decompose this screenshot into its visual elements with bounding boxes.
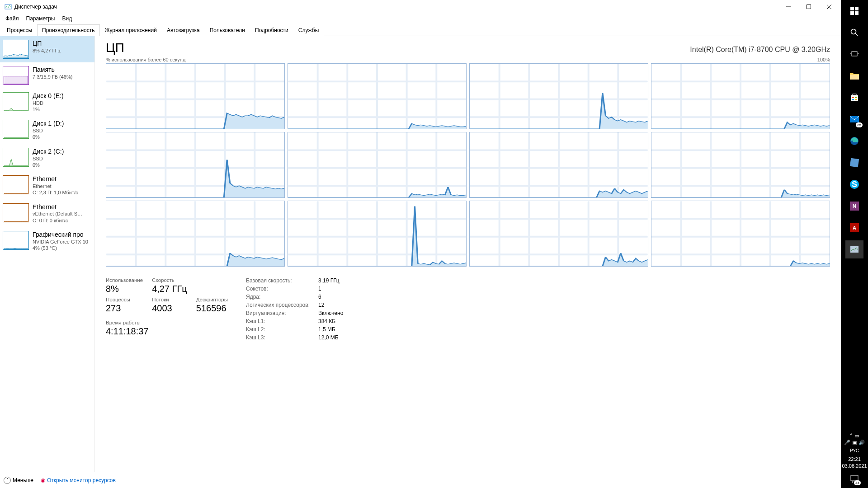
sidebar-item-sub2: 0%: [33, 134, 64, 140]
svg-rect-183: [851, 95, 858, 101]
stat-value: 1,5 МБ: [318, 326, 343, 333]
start-button[interactable]: [845, 2, 863, 20]
cpu-core-chart-11: [651, 201, 830, 267]
sidebar-item-title: ЦП: [33, 40, 61, 47]
sidebar-item-title: Диск 1 (D:): [33, 120, 64, 127]
windows-taskbar[interactable]: 25 S N A ˄ ▭ 🎤 ▣ 🔊 РУС 22:21 03.08.2021: [841, 0, 868, 488]
stat-key: Кэш L3:: [246, 334, 318, 341]
stat-metric: Потоки4003: [152, 297, 187, 314]
sidebar-item-disk1[interactable]: Диск 1 (D:)SSD0%: [0, 116, 94, 144]
stat-metric: Использование8%: [106, 277, 143, 294]
stat-value: 1: [318, 286, 343, 292]
task-manager-taskbar-icon[interactable]: [845, 240, 863, 258]
sidebar-item-title: Диск 0 (E:): [33, 92, 64, 100]
app-icon: [5, 3, 12, 10]
cpu-core-chart-10: [469, 201, 648, 267]
menu-вид[interactable]: Вид: [58, 14, 75, 23]
close-button[interactable]: [819, 0, 839, 14]
task-view-icon[interactable]: [845, 45, 863, 63]
cpu-core-chart-6: [469, 132, 648, 198]
stat-value: 384 КБ: [318, 318, 343, 324]
stat-metric: Дескрипторы516596: [196, 297, 228, 314]
cpu-stats: Использование8%Скорость4,27 ГГцПроцессы2…: [106, 277, 830, 341]
open-resource-monitor-link[interactable]: ◉ Открыть монитор ресурсов: [41, 477, 116, 483]
resource-monitor-icon: ◉: [41, 477, 45, 483]
titlebar[interactable]: Диспетчер задач: [0, 0, 841, 14]
file-explorer-icon[interactable]: [845, 67, 863, 85]
tray-tablet-icon[interactable]: ▭: [854, 433, 859, 439]
svg-rect-176: [855, 11, 859, 15]
sidebar-item-disk2[interactable]: Диск 2 (C:)SSD0%: [0, 144, 94, 172]
cpu-core-grid[interactable]: [106, 63, 830, 267]
ms-store-icon[interactable]: [845, 89, 863, 107]
sidebar-thumb-eth0: [3, 175, 29, 194]
maximize-button[interactable]: [798, 0, 819, 14]
tray-mic-icon[interactable]: 🎤: [844, 440, 850, 446]
tray-volume-icon[interactable]: 🔊: [859, 440, 865, 446]
sidebar-item-title: Память: [33, 66, 72, 74]
edge-icon[interactable]: [845, 132, 863, 150]
stat-key: Логических процессоров:: [246, 302, 318, 308]
tab-Процессы[interactable]: Процессы: [2, 24, 37, 36]
sidebar-item-eth1[interactable]: EthernetvEthernet (Default S…О: 0 П: 0 к…: [0, 200, 94, 227]
skype-icon[interactable]: S: [845, 175, 863, 193]
sidebar-thumb-memory: [3, 66, 29, 85]
app-icon-1[interactable]: [845, 154, 863, 172]
tray-language[interactable]: РУС: [850, 448, 859, 453]
onenote-icon[interactable]: N: [845, 197, 863, 215]
sidebar-thumb-disk1: [3, 120, 29, 139]
stat-value: 3,19 ГГц: [318, 277, 343, 284]
tray-cast-icon[interactable]: ▣: [852, 440, 857, 446]
tab-Службы[interactable]: Службы: [293, 24, 324, 36]
bottom-bar: ˄ Меньше ◉ Открыть монитор ресурсов: [0, 472, 841, 488]
sidebar-item-memory[interactable]: Память7,3/15,9 ГБ (46%): [0, 62, 94, 89]
cpu-core-chart-3: [651, 63, 830, 129]
mail-icon[interactable]: 25: [845, 110, 863, 128]
tab-Журнал приложений[interactable]: Журнал приложений: [100, 24, 162, 36]
stat-key: Ядра:: [246, 294, 318, 300]
stat-key: Кэш L1:: [246, 318, 318, 324]
svg-rect-173: [850, 7, 854, 10]
cpu-core-chart-5: [288, 132, 467, 198]
svg-rect-187: [852, 99, 854, 100]
tab-Подробности[interactable]: Подробности: [250, 24, 293, 36]
menu-параметры[interactable]: Параметры: [23, 14, 59, 23]
tray-chevron-icon[interactable]: ˄: [850, 433, 853, 439]
menu-файл[interactable]: Файл: [2, 14, 23, 23]
stat-key: Сокетов:: [246, 286, 318, 292]
cpu-core-chart-0: [106, 63, 285, 129]
sidebar-item-title: Графический про: [33, 231, 88, 239]
sidebar-thumb-disk2: [3, 148, 29, 167]
sidebar-item-disk0[interactable]: Диск 0 (E:)HDD1%: [0, 89, 94, 116]
svg-rect-2: [807, 5, 811, 9]
sidebar-item-cpu[interactable]: ЦП8% 4,27 ГГц: [0, 36, 94, 62]
sidebar-item-sub: vEthernet (Default S…: [33, 211, 82, 217]
tab-Автозагрузка[interactable]: Автозагрузка: [162, 24, 205, 36]
sidebar-item-sub2: 4% (53 °C): [33, 245, 88, 251]
acrobat-icon[interactable]: A: [845, 219, 863, 237]
tab-Производительность[interactable]: Производительность: [37, 24, 99, 36]
minimize-button[interactable]: [778, 0, 798, 14]
notification-center-icon[interactable]: 44: [847, 472, 862, 486]
sidebar-item-sub: SSD: [33, 127, 64, 134]
mail-badge: 25: [856, 122, 863, 127]
stat-key: Кэш L2:: [246, 326, 318, 333]
cpu-core-chart-4: [106, 132, 285, 198]
sidebar-item-eth0[interactable]: EthernetEthernetО: 2,3 П: 1,0 Мбит/с: [0, 172, 94, 199]
page-heading: ЦП: [106, 41, 124, 55]
sidebar-item-sub: HDD: [33, 100, 64, 106]
search-icon[interactable]: [845, 23, 863, 42]
fewer-details-button[interactable]: ˄ Меньше: [4, 477, 33, 484]
cpu-model: Intel(R) Core(TM) i7-8700 CPU @ 3.20GHz: [690, 46, 830, 54]
svg-rect-175: [850, 11, 854, 15]
system-tray[interactable]: ˄ ▭ 🎤 ▣ 🔊 РУС 22:21 03.08.2021 44: [842, 433, 867, 488]
svg-rect-182: [850, 75, 859, 80]
stat-value: Включено: [318, 310, 343, 316]
svg-line-178: [855, 33, 858, 36]
svg-rect-186: [855, 97, 857, 98]
chart-max-label: 100%: [817, 57, 830, 62]
sidebar-item-gpu[interactable]: Графический проNVIDIA GeForce GTX 104% (…: [0, 227, 94, 255]
uptime-label: Время работы: [106, 320, 228, 325]
tray-clock[interactable]: 22:21 03.08.2021: [842, 456, 867, 469]
tab-Пользователи[interactable]: Пользователи: [205, 24, 250, 36]
